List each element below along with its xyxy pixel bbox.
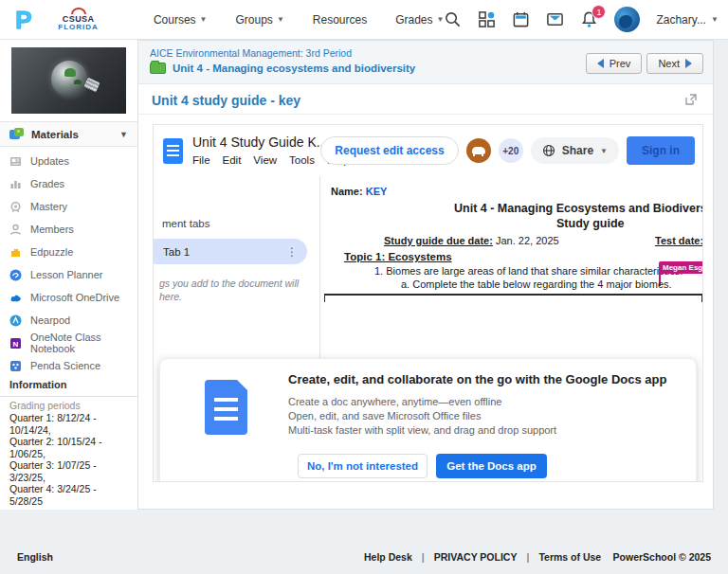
course-cover-image [11,47,126,114]
header-actions: 1 Zachary...▼ [444,7,718,32]
grades-icon [9,178,22,190]
footer-separator: | [422,551,425,563]
calendar-icon[interactable] [512,10,530,28]
sidebar-item-label: Microsoft OneDrive [30,292,119,303]
document-tabs-header: ment tabs [162,218,210,229]
sidebar-item-onedrive[interactable]: Microsoft OneDrive [0,286,137,309]
doc-list-item-1a: a. Complete the table below regarding th… [401,278,672,290]
doc-title-line1: Unit 4 - Managing Ecosystems and Biodive… [454,202,702,215]
sidebar-item-materials[interactable]: Materials ▼ [0,121,137,147]
sidebar-item-nearpod[interactable]: Nearpod [0,309,137,332]
dialog-line-1: Create a doc anywhere, anytime—even offl… [288,395,556,409]
grading-periods-list: Quarter 1: 8/12/24 - 10/14/24, Quarter 2… [0,412,137,507]
folder-icon [150,63,166,74]
footer-links: Help Desk | PRIVACY POLICY | Terms of Us… [364,551,601,563]
help-desk-link[interactable]: Help Desk [364,551,412,563]
edpuzzle-icon [9,246,22,259]
user-avatar[interactable] [614,7,640,32]
terms-of-use-link[interactable]: Terms of Use [538,551,601,563]
sidebar-item-members[interactable]: Members [0,218,137,241]
not-interested-button[interactable]: No, I'm not interested [298,454,428,478]
chevron-down-icon: ▼ [277,15,284,24]
nav-grades[interactable]: Grades▼ [395,13,444,27]
collaborators-count-badge[interactable]: +20 [499,138,523,163]
school-logo[interactable]: CSUSA FLORIDA [58,8,99,32]
test-date-label: Test date: [655,235,702,246]
prev-arrow-icon [597,59,604,68]
language-selector[interactable]: English [17,551,53,563]
sidebar-item-label: Updates [30,155,69,167]
footer-separator: | [526,551,529,563]
lesson-planner-icon [9,269,22,281]
apps-grid-icon[interactable] [478,10,496,28]
quarter-2: Quarter 2: 10/15/24 - 1/06/25, [9,436,128,459]
menu-file[interactable]: File [192,153,210,167]
globe-icon [542,144,555,157]
google-docs-icon[interactable] [163,138,183,164]
breadcrumb: AICE Environmental Management: 3rd Perio… [138,41,713,84]
sidebar-item-edpuzzle[interactable]: Edpuzzle [0,241,137,263]
anonymous-animal-avatar[interactable] [466,138,491,163]
lightbulb-plant-photo [51,61,87,97]
svg-text:N: N [13,339,19,348]
gdocs-toolbar: Unit 4 Study Guide K... File Edit View T… [154,125,702,176]
sidebar-item-mastery[interactable]: Mastery [0,195,137,218]
nav-groups[interactable]: Groups▼ [236,13,284,27]
quarter-4: Quarter 4: 3/24/25 - 5/28/25 [9,483,128,507]
open-external-icon[interactable] [684,93,698,106]
sidebar-item-grades[interactable]: Grades [0,172,137,195]
dialog-body: Create a doc anywhere, anytime—even offl… [288,395,556,438]
notifications-bell[interactable]: 1 [580,10,598,28]
nav-courses[interactable]: Courses▼ [154,13,208,27]
page-title: Unit 4 study guide - key [152,93,300,108]
sidebar-item-onenote[interactable]: N OneNote Class Notebook [0,332,137,354]
privacy-policy-link[interactable]: PRIVACY POLICY [434,551,518,563]
request-edit-access-button[interactable]: Request edit access [320,136,458,165]
doc-list-item-1: 1. Biomes are large areas of land that s… [374,265,682,277]
share-button-label: Share [562,144,593,157]
tab-1[interactable]: Tab 1 ⋮ [154,239,307,264]
material-title-row: Unit 4 study guide - key [138,84,713,115]
sidebar-item-label: Edpuzzle [30,246,73,258]
sign-in-button[interactable]: Sign in [627,136,695,165]
updates-icon [9,155,22,168]
doc-table-top-border [324,294,702,302]
due-date-value: Jan. 22, 2025 [493,235,559,246]
get-docs-app-button[interactable]: Get the Docs app [436,454,547,478]
menu-tools[interactable]: Tools [289,153,315,167]
sidebar-item-label: OneNote Class Notebook [30,332,128,354]
menu-edit[interactable]: Edit [223,153,242,167]
materials-icon [9,128,24,140]
tab-options-icon[interactable]: ⋮ [286,245,298,259]
chevron-down-icon: ▼ [711,15,719,24]
main-nav: Courses▼ Groups▼ Resources Grades▼ [154,13,445,27]
sidebar-item-lesson-planner[interactable]: Lesson Planner [0,263,137,286]
page-footer: English Help Desk | PRIVACY POLICY | Ter… [0,536,728,574]
tabs-hint-text: gs you add to the document will here. [159,277,299,303]
prev-button[interactable]: Prev [586,53,643,74]
sidebar-item-label: Penda Science [30,360,100,371]
breadcrumb-folder-link[interactable]: Unit 4 - Managing ecosystems and biodive… [173,63,415,74]
doc-title-line2: Study guide [556,217,625,230]
sidebar-item-penda-science[interactable]: Penda Science [0,354,137,377]
sidebar-item-updates[interactable]: Updates [0,150,137,172]
tab-1-label: Tab 1 [163,246,190,258]
penda-science-icon [9,360,22,372]
next-button[interactable]: Next [646,53,703,74]
user-menu[interactable]: Zachary...▼ [656,13,718,27]
sidebar-item-label: Grades [30,178,64,189]
mail-icon[interactable] [546,10,564,28]
search-icon[interactable] [444,10,462,28]
gdocs-document-title[interactable]: Unit 4 Study Guide K... [192,135,327,152]
course-sidebar: Materials ▼ Updates Grades Mastery Membe… [0,40,137,510]
powerschool-logo[interactable]: P [15,8,31,32]
sidebar-item-label: Mastery [30,201,67,212]
share-button[interactable]: Share ▼ [531,137,619,164]
main-content-card: AICE Environmental Management: 3rd Perio… [137,40,714,510]
copyright-text: PowerSchool © 2025 [613,551,711,563]
chevron-down-icon[interactable]: ▼ [119,130,128,139]
sidebar-item-label: Nearpod [30,314,70,326]
bulb-base [83,78,100,93]
menu-view[interactable]: View [253,153,277,167]
nav-resources[interactable]: Resources [313,13,367,27]
